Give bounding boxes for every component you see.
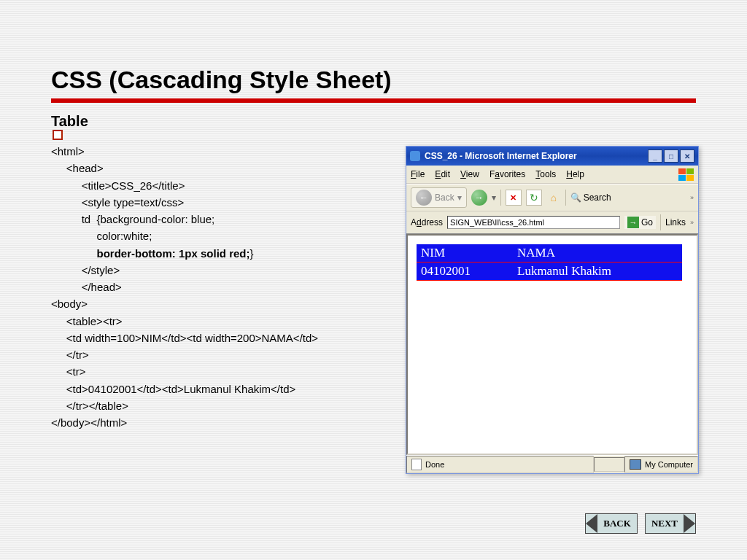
forward-button[interactable]: → <box>471 190 487 206</box>
nav-buttons: BACK NEXT <box>585 513 696 534</box>
dropdown-icon: ▾ <box>457 192 462 203</box>
arrow-right-icon <box>684 514 695 533</box>
demo-table: NIM NAMA 04102001 Lukmanul Khakim <box>417 244 682 281</box>
menu-view[interactable]: View <box>460 169 479 179</box>
menu-bar: File Edit View Favorites Tools Help <box>406 166 698 184</box>
menu-help[interactable]: Help <box>566 169 584 179</box>
search-button[interactable]: 🔍 Search <box>570 192 611 203</box>
dropdown-icon: ▾ <box>492 192 496 203</box>
address-label: Address <box>411 217 443 228</box>
table-row: 04102001 Lukmanul Khakim <box>417 262 682 281</box>
links-overflow-icon[interactable]: » <box>690 219 694 226</box>
search-icon: 🔍 <box>570 192 581 203</box>
menu-favorites[interactable]: Favorites <box>489 169 525 179</box>
go-button[interactable]: → Go <box>624 216 656 229</box>
slide-subtitle: Table <box>51 113 696 130</box>
slide-title: CSS (Cascading Style Sheet) <box>51 66 696 94</box>
back-nav-button[interactable]: BACK <box>585 513 638 534</box>
table-cell: NAMA <box>513 244 682 262</box>
window-title: CSS_26 - Microsoft Internet Explorer <box>425 151 577 161</box>
ie-icon <box>410 151 420 161</box>
separator <box>500 190 501 206</box>
page-icon <box>411 459 422 470</box>
window-titlebar: CSS_26 - Microsoft Internet Explorer _ □… <box>406 147 698 166</box>
address-input[interactable] <box>447 216 620 229</box>
toolbar: ← Back ▾ → ▾ ✕ ↻ ⌂ 🔍 Search » <box>406 184 698 211</box>
back-nav-label: BACK <box>597 515 637 532</box>
title-underline <box>51 98 696 103</box>
zone-label: My Computer <box>645 460 693 469</box>
table-row: NIM NAMA <box>417 244 682 262</box>
maximize-button[interactable]: □ <box>664 149 678 163</box>
table-cell: 04102001 <box>417 262 513 281</box>
separator <box>660 214 661 230</box>
next-nav-button[interactable]: NEXT <box>645 513 696 534</box>
table-cell: NIM <box>417 244 513 262</box>
next-nav-label: NEXT <box>646 515 684 532</box>
arrow-left-icon <box>586 514 597 533</box>
menu-file[interactable]: File <box>411 169 425 179</box>
browser-window: CSS_26 - Microsoft Internet Explorer _ □… <box>406 146 699 474</box>
refresh-icon[interactable]: ↻ <box>526 190 542 206</box>
browser-content: NIM NAMA 04102001 Lukmanul Khakim <box>406 234 698 455</box>
go-label: Go <box>641 217 653 228</box>
separator <box>565 190 566 206</box>
status-text: Done <box>425 460 444 469</box>
go-icon: → <box>627 217 639 228</box>
windows-logo-icon <box>678 168 694 181</box>
toolbar-overflow-icon[interactable]: » <box>690 194 694 201</box>
menu-tools[interactable]: Tools <box>535 169 556 179</box>
table-cell: Lukmanul Khakim <box>513 262 682 281</box>
status-bar: Done My Computer <box>406 455 698 473</box>
address-bar: Address → Go Links » <box>406 211 698 234</box>
close-button[interactable]: ✕ <box>680 149 694 163</box>
stop-icon[interactable]: ✕ <box>506 190 522 206</box>
search-label: Search <box>584 192 611 203</box>
minimize-button[interactable]: _ <box>648 149 662 163</box>
bullet-marker <box>53 130 63 140</box>
status-panel <box>594 457 624 472</box>
back-icon: ← <box>416 190 432 206</box>
links-label[interactable]: Links <box>665 217 686 228</box>
computer-icon <box>630 459 641 470</box>
menu-edit[interactable]: Edit <box>435 169 450 179</box>
back-button[interactable]: ← Back ▾ <box>411 187 467 208</box>
back-label: Back <box>435 192 454 203</box>
home-icon[interactable]: ⌂ <box>546 190 561 205</box>
